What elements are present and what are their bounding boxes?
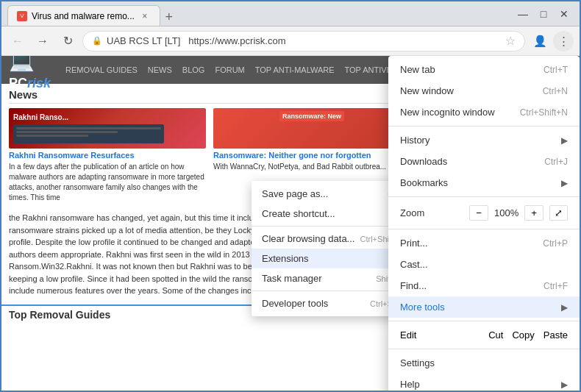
cm-zoom: Zoom − 100% + ⤢	[388, 200, 580, 226]
webpage: 💻 PCrisk REMOVAL GUIDES NEWS BLOG FORUM …	[1, 56, 580, 391]
nav-forum[interactable]: FORUM	[215, 65, 244, 74]
cm-bookmarks[interactable]: Bookmarks ▶	[388, 172, 580, 193]
forward-button[interactable]: →	[32, 31, 53, 51]
cm-downloads[interactable]: Downloads Ctrl+J	[388, 151, 580, 172]
cm-divider-5	[388, 349, 580, 349]
zoom-minus-button[interactable]: −	[469, 205, 488, 221]
cm-copy[interactable]: Copy	[512, 329, 534, 341]
chrome-menu: New tab Ctrl+T New window Ctrl+N New inc…	[388, 56, 580, 391]
news-section-title: News	[9, 88, 410, 104]
cm-cast[interactable]: Cast...	[388, 254, 580, 275]
window-controls: — □ ✕	[513, 4, 574, 24]
cm-settings[interactable]: Settings	[388, 352, 580, 374]
news-card-1-excerpt: In a few days after the publication of a…	[9, 162, 206, 203]
zoom-fullscreen-button[interactable]: ⤢	[549, 205, 568, 221]
title-bar: V Virus and malware remo... × + — □ ✕	[1, 1, 580, 26]
news-card-2-excerpt: With WannaCry, NotPetya, and Bad Rabbit …	[213, 162, 410, 172]
tab-area: V Virus and malware remo... × +	[7, 1, 509, 26]
cm-cut[interactable]: Cut	[488, 329, 503, 341]
url-display: UAB RCS LT [LT] https://www.pcrisk.com	[107, 35, 501, 46]
cm-print[interactable]: Print... Ctrl+P	[388, 232, 580, 254]
tab-title: Virus and malware remo...	[32, 11, 135, 21]
news-card-1: Rakhni Ranso... Rakhni Ransomware Resurf…	[9, 108, 206, 203]
cm-new-incognito[interactable]: New incognito window Ctrl+Shift+N	[388, 101, 580, 123]
cm-divider-2	[388, 196, 580, 197]
site-logo: 💻 PCrisk	[9, 56, 51, 92]
reload-button[interactable]: ↻	[57, 31, 78, 51]
chrome-menu-button[interactable]: ⋮	[553, 31, 574, 51]
cm-divider-1	[388, 126, 580, 126]
cm-edit-row: Edit Cut Copy Paste	[388, 324, 580, 346]
logo-area: 💻 PCrisk	[9, 56, 51, 92]
user-icon-button[interactable]: 👤	[530, 31, 550, 51]
news-card-1-image: Rakhni Ranso...	[9, 108, 206, 149]
nav-top-anti-malware[interactable]: TOP ANTI-MALWARE	[255, 65, 335, 74]
news-card-1-title[interactable]: Rakhni Ransomware Resurfaces	[9, 151, 206, 160]
active-tab[interactable]: V Virus and malware remo... ×	[7, 5, 160, 26]
cm-history[interactable]: History ▶	[388, 129, 580, 151]
url-prefix: https://www.	[188, 35, 240, 46]
news-card-2-image: Ransomware: New	[213, 108, 410, 149]
nav-news[interactable]: NEWS	[148, 65, 172, 74]
security-icon: 🔒	[92, 36, 102, 46]
omnibox-bar: ← → ↻ 🔒 UAB RCS LT [LT] https://www.pcri…	[1, 26, 580, 56]
bottom-section-title: Top Removal Guides	[9, 309, 110, 321]
zoom-plus-button[interactable]: +	[524, 205, 543, 221]
tab-favicon: V	[17, 11, 27, 21]
cm-divider-4	[388, 321, 580, 321]
close-button[interactable]: ✕	[555, 4, 574, 24]
cm-divider-3	[388, 229, 580, 229]
site-nav: REMOVAL GUIDES NEWS BLOG FORUM TOP ANTI-…	[65, 65, 418, 74]
maximize-button[interactable]: □	[534, 4, 553, 24]
minimize-button[interactable]: —	[513, 4, 532, 24]
back-button[interactable]: ←	[7, 31, 28, 51]
tab-close-button[interactable]: ×	[139, 10, 151, 22]
url-domain: pcrisk.com	[240, 35, 285, 46]
news-card-2-title[interactable]: Ransomware: Neither gone nor forgotten	[213, 151, 410, 160]
nav-removal-guides[interactable]: REMOVAL GUIDES	[65, 65, 138, 74]
cm-find[interactable]: Find... Ctrl+F	[388, 275, 580, 296]
new-tab-button[interactable]: +	[160, 8, 178, 26]
browser-window: V Virus and malware remo... × + — □ ✕ ← …	[0, 0, 581, 392]
bookmark-icon[interactable]: ☆	[505, 34, 516, 48]
zoom-value: 100%	[494, 207, 518, 218]
nav-blog[interactable]: BLOG	[182, 65, 205, 74]
cm-paste[interactable]: Paste	[543, 329, 568, 341]
url-security-label: UAB RCS LT [LT]	[107, 35, 180, 46]
site-header: 💻 PCrisk REMOVAL GUIDES NEWS BLOG FORUM …	[1, 56, 418, 84]
cm-new-tab[interactable]: New tab Ctrl+T	[388, 59, 580, 80]
address-bar[interactable]: 🔒 UAB RCS LT [LT] https://www.pcrisk.com…	[82, 31, 525, 51]
cm-new-window[interactable]: New window Ctrl+N	[388, 80, 580, 101]
cm-more-tools[interactable]: More tools ▶	[388, 296, 580, 318]
cm-help[interactable]: Help ▶	[388, 374, 580, 391]
toolbar-icons: 👤 ⋮	[530, 31, 574, 51]
